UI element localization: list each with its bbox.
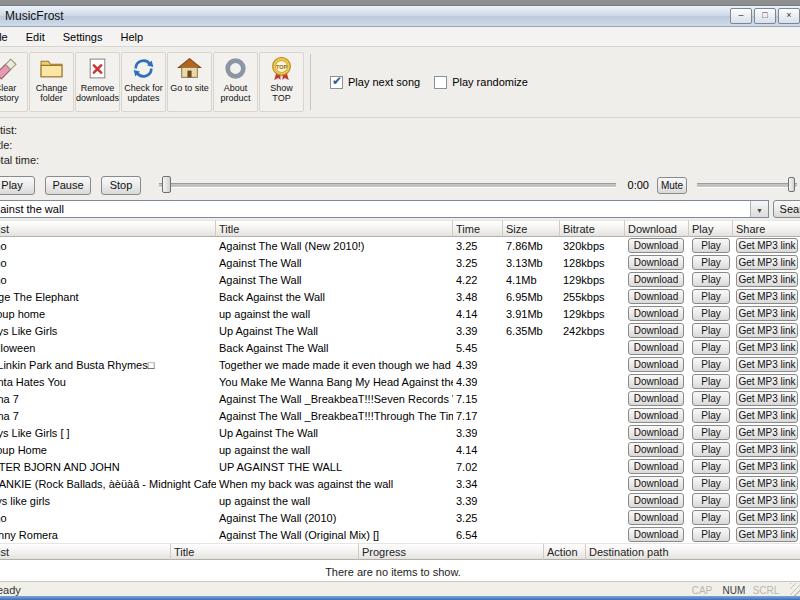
checkbox-box[interactable] [434, 76, 447, 89]
downloads-column-header-action[interactable]: Action [544, 543, 586, 560]
toolbar-check-for-updates[interactable]: Check for updates [121, 52, 166, 112]
seek-slider-thumb[interactable] [162, 176, 171, 193]
row-play-button[interactable]: Play [692, 323, 730, 338]
table-row[interactable]: PETER BJORN AND JOHNUP AGAINST THE WALL7… [0, 458, 800, 475]
get-mp3-link-button[interactable]: Get MP3 link [736, 442, 798, 457]
get-mp3-link-button[interactable]: Get MP3 link [736, 255, 798, 270]
volume-slider[interactable] [697, 183, 797, 188]
get-mp3-link-button[interactable]: Get MP3 link [736, 306, 798, 321]
row-play-button[interactable]: Play [692, 374, 730, 389]
row-play-button[interactable]: Play [692, 272, 730, 287]
table-row[interactable]: Arina 7Against The Wall _BreakbeaT!!!Sev… [0, 390, 800, 407]
download-button[interactable]: Download [628, 289, 684, 304]
toolbar-clear-history[interactable]: Clear history [0, 52, 28, 112]
get-mp3-link-button[interactable]: Get MP3 link [736, 425, 798, 440]
toolbar-about-product[interactable]: About product [213, 52, 258, 112]
column-header-bitrate[interactable]: Bitrate [560, 220, 625, 237]
search-input[interactable] [0, 200, 769, 218]
download-button[interactable]: Download [628, 238, 684, 253]
row-play-button[interactable]: Play [692, 527, 730, 542]
row-play-button[interactable]: Play [692, 408, 730, 423]
row-play-button[interactable]: Play [692, 306, 730, 321]
get-mp3-link-button[interactable]: Get MP3 link [736, 238, 798, 253]
download-button[interactable]: Download [628, 408, 684, 423]
checkbox-play-randomize[interactable]: Play randomize [434, 76, 528, 89]
search-button[interactable]: Search [773, 200, 800, 218]
download-button[interactable]: Download [628, 527, 684, 542]
download-button[interactable]: Download [628, 357, 684, 372]
get-mp3-link-button[interactable]: Get MP3 link [736, 493, 798, 508]
get-mp3-link-button[interactable]: Get MP3 link [736, 527, 798, 542]
row-play-button[interactable]: Play [692, 493, 730, 508]
row-play-button[interactable]: Play [692, 238, 730, 253]
get-mp3-link-button[interactable]: Get MP3 link [736, 357, 798, 372]
download-button[interactable]: Download [628, 425, 684, 440]
table-row[interactable]: FRANKIE (Rock Ballads, àèüàâ - Midnight … [0, 475, 800, 492]
table-row[interactable]: □□Linkin Park and Busta Rhymes□Together … [0, 356, 800, 373]
row-play-button[interactable]: Play [692, 340, 730, 355]
column-header-title[interactable]: Title [216, 220, 453, 237]
toolbar-go-to-site[interactable]: Go to site [167, 52, 212, 112]
table-row[interactable]: NinoAgainst The Wall (New 2010!)3.257.86… [0, 237, 800, 254]
resize-grip[interactable] [790, 583, 800, 597]
minimize-button[interactable]: – [730, 8, 752, 24]
toolbar-change-folder[interactable]: Change folder [29, 52, 74, 112]
download-button[interactable]: Download [628, 459, 684, 474]
table-row[interactable]: Boys Like Girls [ ]Up Against The Wall3.… [0, 424, 800, 441]
column-header-share[interactable]: Share [733, 220, 800, 237]
menu-settings[interactable]: Settings [54, 29, 112, 45]
row-play-button[interactable]: Play [692, 357, 730, 372]
checkbox-box[interactable] [330, 76, 343, 89]
download-button[interactable]: Download [628, 374, 684, 389]
table-row[interactable]: NinoAgainst The Wall4.224.1Mb129kbpsDown… [0, 271, 800, 288]
checkbox-play-next-song[interactable]: Play next song [330, 76, 420, 89]
get-mp3-link-button[interactable]: Get MP3 link [736, 272, 798, 287]
table-row[interactable]: Danny RomeraAgainst The Wall (Original M… [0, 526, 800, 543]
table-row[interactable]: Group Homeup against the wall4.14Downloa… [0, 441, 800, 458]
download-button[interactable]: Download [628, 476, 684, 491]
table-row[interactable]: HalloweenBack Against The Wall5.45Downlo… [0, 339, 800, 356]
row-play-button[interactable]: Play [692, 459, 730, 474]
column-header-size[interactable]: Size [503, 220, 560, 237]
get-mp3-link-button[interactable]: Get MP3 link [736, 374, 798, 389]
row-play-button[interactable]: Play [692, 442, 730, 457]
menu-edit[interactable]: Edit [17, 29, 54, 45]
column-header-time[interactable]: Time [453, 220, 503, 237]
download-button[interactable]: Download [628, 306, 684, 321]
download-button[interactable]: Download [628, 255, 684, 270]
download-button[interactable]: Download [628, 442, 684, 457]
column-header-download[interactable]: Download [625, 220, 689, 237]
table-row[interactable]: NinoAgainst The Wall3.253.13Mb128kbpsDow… [0, 254, 800, 271]
close-button[interactable]: × [778, 8, 800, 24]
table-row[interactable]: Group homeup against the wall4.143.91Mb1… [0, 305, 800, 322]
get-mp3-link-button[interactable]: Get MP3 link [736, 408, 798, 423]
downloads-column-header-progress[interactable]: Progress [359, 543, 544, 560]
column-header-artist[interactable]: Artist [0, 220, 216, 237]
row-play-button[interactable]: Play [692, 289, 730, 304]
row-play-button[interactable]: Play [692, 510, 730, 525]
get-mp3-link-button[interactable]: Get MP3 link [736, 323, 798, 338]
table-row[interactable]: NinoAgainst The Wall (2010)3.25DownloadP… [0, 509, 800, 526]
get-mp3-link-button[interactable]: Get MP3 link [736, 476, 798, 491]
mute-button[interactable]: Mute [657, 177, 687, 194]
table-row[interactable]: boys like girlsup against the wall3.39Do… [0, 492, 800, 509]
menu-file[interactable]: File [0, 29, 17, 45]
get-mp3-link-button[interactable]: Get MP3 link [736, 459, 798, 474]
toolbar-show-top[interactable]: TOPShow TOP [259, 52, 304, 112]
column-header-play[interactable]: Play [689, 220, 733, 237]
get-mp3-link-button[interactable]: Get MP3 link [736, 340, 798, 355]
download-button[interactable]: Download [628, 272, 684, 287]
pause-button[interactable]: Pause [45, 176, 91, 195]
title-bar[interactable]: MusicFrost –□× [0, 6, 800, 27]
row-play-button[interactable]: Play [692, 391, 730, 406]
download-button[interactable]: Download [628, 340, 684, 355]
download-button[interactable]: Download [628, 493, 684, 508]
download-button[interactable]: Download [628, 510, 684, 525]
get-mp3-link-button[interactable]: Get MP3 link [736, 391, 798, 406]
get-mp3-link-button[interactable]: Get MP3 link [736, 510, 798, 525]
downloads-column-header-title[interactable]: Title [171, 543, 359, 560]
maximize-button[interactable]: □ [754, 8, 776, 24]
table-row[interactable]: Boys Like GirlsUp Against The Wall3.396.… [0, 322, 800, 339]
table-row[interactable]: Arina 7Against The Wall _BreakbeaT!!!Thr… [0, 407, 800, 424]
get-mp3-link-button[interactable]: Get MP3 link [736, 289, 798, 304]
